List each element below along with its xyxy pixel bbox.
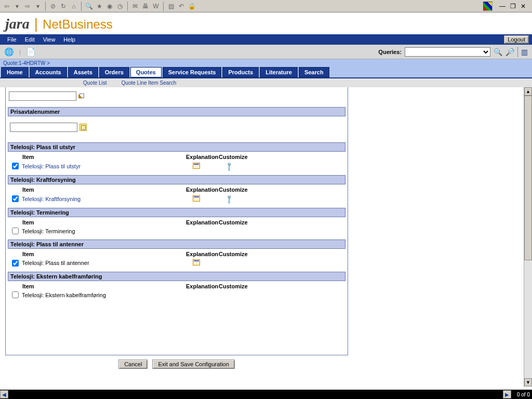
menu-help[interactable]: Help <box>59 36 79 43</box>
queries-label: Queries: <box>378 49 402 55</box>
layout-icon[interactable]: ▥ <box>521 48 528 56</box>
col-explanation-3: Explanation <box>186 219 219 225</box>
scroll-down-icon[interactable]: ▼ <box>524 378 532 387</box>
tab-products[interactable]: Products <box>222 67 259 77</box>
top-picker-icon[interactable]: ◣ <box>78 92 86 100</box>
search-icon[interactable]: 🔍 <box>84 2 94 11</box>
row-s4: Telelosji: Plass til antenner <box>8 258 345 272</box>
item-s1[interactable]: Telelosji: Plass til utstyr <box>22 163 193 169</box>
explain-icon-s2[interactable] <box>193 195 200 202</box>
section-prisavtale-header: Prisavtalenummer <box>8 107 345 116</box>
queries-select[interactable] <box>405 47 490 57</box>
item-s4: Telelosji: Plass til antenner <box>22 260 193 266</box>
tab-accounts[interactable]: Accounts <box>30 67 67 77</box>
prisavtale-input[interactable] <box>10 123 77 132</box>
row-s2: Telelosji: Kraftforsyning 🔧 <box>8 194 345 208</box>
scroll-thumb[interactable] <box>524 96 532 260</box>
col-item: Item <box>22 154 186 160</box>
restore-icon[interactable]: ❐ <box>509 3 516 10</box>
word-icon[interactable]: W <box>151 2 161 11</box>
row-s1: Telelosji: Plass til utstyr 🔧 <box>8 161 345 175</box>
forward-icon[interactable]: ⇨ <box>23 2 32 11</box>
hscroll-right-icon[interactable]: ▶ <box>503 390 511 398</box>
wrench-icon-s2[interactable]: 🔧 <box>224 194 235 205</box>
find-icon[interactable]: 🔍 <box>494 48 502 56</box>
col-explanation-4: Explanation <box>186 251 219 257</box>
tab-service-requests[interactable]: Service Requests <box>163 67 222 77</box>
wrench-icon-s1[interactable]: 🔧 <box>224 161 235 172</box>
item-s3: Telelosji: Terminering <box>22 228 193 234</box>
tab-assets[interactable]: Assets <box>68 67 98 77</box>
report-icon[interactable]: 📄 <box>26 47 36 57</box>
col-customize: Customize <box>219 154 260 160</box>
tab-quotes[interactable]: Quotes <box>130 67 162 77</box>
main-tabs: Home Accounts Assets Orders Quotes Servi… <box>0 67 532 78</box>
top-input[interactable] <box>9 91 76 101</box>
check-s4[interactable] <box>12 260 19 267</box>
brand-logo-2: NetBusiness <box>43 17 113 31</box>
col-explanation: Explanation <box>186 154 219 160</box>
check-s5[interactable] <box>12 291 19 298</box>
back-menu-icon[interactable]: ▾ <box>12 2 22 11</box>
prisavtale-picker-icon[interactable] <box>79 124 87 131</box>
find-next-icon[interactable]: 🔎 <box>506 48 514 56</box>
refresh-icon[interactable]: ↻ <box>59 2 68 11</box>
home-icon[interactable]: ⌂ <box>69 2 78 11</box>
app-menu-bar: File Edit View Help Logout <box>0 34 532 45</box>
windows-flag-icon <box>483 2 493 11</box>
subtab-quote-list[interactable]: Quote List <box>83 80 107 86</box>
tab-literature[interactable]: Literature <box>260 67 298 77</box>
hscroll-left-icon[interactable]: ◀ <box>0 390 8 398</box>
status-bar: ◀ ▶ 0 of 0 <box>0 390 532 399</box>
row-s3: Telelosji: Terminering <box>8 227 345 240</box>
check-s3[interactable] <box>12 228 19 234</box>
col-item-5: Item <box>22 283 186 289</box>
history-icon[interactable]: ◷ <box>115 2 125 11</box>
mail-icon[interactable]: ✉ <box>130 2 140 11</box>
stop-icon[interactable]: ⊘ <box>48 2 58 11</box>
col-customize-2: Customize <box>219 187 260 193</box>
logo-strip: jara | NetBusiness <box>0 12 532 34</box>
favorites-icon[interactable]: ★ <box>95 2 104 11</box>
item-s2[interactable]: Telelosji: Kraftforsyning <box>22 196 193 202</box>
edit-icon[interactable]: ▤ <box>166 2 176 11</box>
menu-view[interactable]: View <box>39 36 60 43</box>
explain-icon-s1[interactable] <box>193 163 200 169</box>
print-icon[interactable]: 🖶 <box>141 2 150 11</box>
media-icon[interactable]: ◉ <box>105 2 114 11</box>
breadcrumb: Quote:1-4HDRTW > <box>0 59 532 67</box>
query-bar: 🌐 | 📄 Queries: 🔍 🔎 ▥ <box>0 45 532 59</box>
col-item-4: Item <box>22 251 186 257</box>
brand-logo-1: jara <box>5 16 30 32</box>
check-s1[interactable] <box>12 163 19 169</box>
record-count: 0 of 0 <box>511 392 532 397</box>
tab-search[interactable]: Search <box>299 67 329 77</box>
tab-home[interactable]: Home <box>1 67 29 77</box>
row-s5: Telelosji: Ekstern kabelframføring <box>8 290 345 303</box>
menu-edit[interactable]: Edit <box>21 36 39 43</box>
scroll-up-icon[interactable]: ▲ <box>524 87 532 96</box>
back-icon[interactable]: ⇦ <box>2 2 11 11</box>
subtab-quote-line-item[interactable]: Quote Line Item Search <box>122 80 177 86</box>
menu-file[interactable]: File <box>3 36 21 43</box>
check-s2[interactable] <box>12 195 19 202</box>
item-s5: Telelosji: Ekstern kabelframføring <box>22 292 193 298</box>
lock-icon[interactable]: 🔒 <box>187 2 196 11</box>
undo-icon[interactable]: ↶ <box>177 2 186 11</box>
explain-icon-s4[interactable] <box>193 259 200 265</box>
col-customize-5: Customize <box>219 283 260 289</box>
section-s5-header: Telelosji: Ekstern kabelframføring <box>8 272 345 281</box>
logout-button[interactable]: Logout <box>504 35 529 44</box>
close-icon[interactable]: ✕ <box>520 3 527 10</box>
vertical-scrollbar[interactable]: ▲ ▼ <box>524 87 532 387</box>
logo-separator: | <box>34 16 38 32</box>
forward-menu-icon[interactable]: ▾ <box>33 2 43 11</box>
minimize-icon[interactable]: — <box>499 3 506 10</box>
globe-icon[interactable]: 🌐 <box>4 47 14 57</box>
exit-save-button[interactable]: Exit and Save Configuration <box>152 360 234 369</box>
cancel-button[interactable]: Cancel <box>118 360 148 369</box>
tab-orders[interactable]: Orders <box>99 67 129 77</box>
section-s3-header: Telelosji: Terminering <box>8 208 345 217</box>
browser-toolbar: ⇦ ▾ ⇨ ▾ ⊘ ↻ ⌂ 🔍 ★ ◉ ◷ ✉ 🖶 W ▤ ↶ 🔒 — ❐ ✕ <box>0 0 532 12</box>
breadcrumb-link[interactable]: Quote:1-4HDRTW > <box>3 60 50 66</box>
